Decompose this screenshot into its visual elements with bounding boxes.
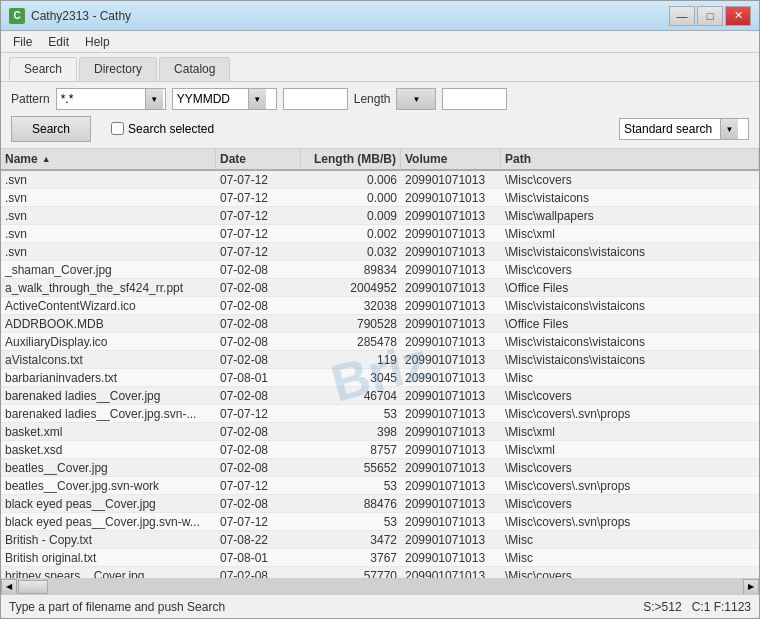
search-button[interactable]: Search (11, 116, 91, 142)
cell-name: British original.txt (1, 549, 216, 567)
cell-date: 07-02-08 (216, 333, 301, 351)
table-row[interactable]: beatles__Cover.jpg 07-02-08 55652 209901… (1, 459, 759, 477)
table-row[interactable]: AuxiliaryDisplay.ico 07-02-08 285478 209… (1, 333, 759, 351)
table-row[interactable]: British - Copy.txt 07-08-22 3472 2099010… (1, 531, 759, 549)
table-row[interactable]: a_walk_through_the_sf424_rr.ppt 07-02-08… (1, 279, 759, 297)
pattern-input[interactable] (57, 89, 145, 109)
cell-date: 07-02-08 (216, 423, 301, 441)
date-combo[interactable]: ▼ (172, 88, 277, 110)
search-selected-checkbox[interactable] (111, 122, 124, 135)
col-header-name[interactable]: Name ▲ (1, 149, 216, 170)
col-header-volume[interactable]: Volume (401, 149, 501, 170)
cell-length: 32038 (301, 297, 401, 315)
table-row[interactable]: ActiveContentWizard.ico 07-02-08 32038 2… (1, 297, 759, 315)
cell-date: 07-08-22 (216, 531, 301, 549)
table-row[interactable]: black eyed peas__Cover.jpg.svn-w... 07-0… (1, 513, 759, 531)
table-row[interactable]: .svn 07-07-12 0.032 209901071013 \Misc\v… (1, 243, 759, 261)
table-row[interactable]: British original.txt 07-08-01 3767 20990… (1, 549, 759, 567)
minimize-button[interactable]: — (669, 6, 695, 26)
scroll-right-button[interactable]: ▶ (743, 579, 759, 595)
horizontal-scrollbar[interactable]: ◀ ▶ (1, 578, 759, 594)
scroll-thumb[interactable] (18, 580, 48, 594)
menubar: File Edit Help (1, 31, 759, 53)
cell-name: basket.xsd (1, 441, 216, 459)
date-arrow[interactable]: ▼ (248, 89, 266, 109)
tab-directory[interactable]: Directory (79, 57, 157, 81)
col-header-path[interactable]: Path (501, 149, 759, 170)
table-row[interactable]: basket.xsd 07-02-08 8757 209901071013 \M… (1, 441, 759, 459)
status-right: S:>512 C:1 F:1123 (643, 600, 751, 614)
tab-search[interactable]: Search (9, 57, 77, 81)
cell-name: .svn (1, 207, 216, 225)
table-body: .svn 07-07-12 0.006 209901071013 \Misc\c… (1, 171, 759, 578)
menu-edit[interactable]: Edit (40, 33, 77, 51)
col-header-length[interactable]: Length (MB/B) (301, 149, 401, 170)
length-combo[interactable]: ▼ (396, 88, 436, 110)
table-row[interactable]: .svn 07-07-12 0.006 209901071013 \Misc\c… (1, 171, 759, 189)
cell-path: \Misc\covers (501, 567, 759, 579)
tabs-bar: Search Directory Catalog (1, 53, 759, 82)
pattern-arrow[interactable]: ▼ (145, 89, 163, 109)
table-row[interactable]: .svn 07-07-12 0.009 209901071013 \Misc\w… (1, 207, 759, 225)
tab-catalog[interactable]: Catalog (159, 57, 230, 81)
cell-name: black eyed peas__Cover.jpg (1, 495, 216, 513)
sort-icon: ▲ (42, 154, 51, 164)
cell-name: a_walk_through_the_sf424_rr.ppt (1, 279, 216, 297)
menu-help[interactable]: Help (77, 33, 118, 51)
close-button[interactable]: ✕ (725, 6, 751, 26)
cell-date: 07-02-08 (216, 495, 301, 513)
cell-name: black eyed peas__Cover.jpg.svn-w... (1, 513, 216, 531)
standard-search-input[interactable] (620, 119, 720, 139)
table-row[interactable]: .svn 07-07-12 0.002 209901071013 \Misc\x… (1, 225, 759, 243)
cell-name: AuxiliaryDisplay.ico (1, 333, 216, 351)
cell-path: \Misc\vistaicons\vistaicons (501, 351, 759, 369)
table-row[interactable]: barbarianinvaders.txt 07-08-01 3045 2099… (1, 369, 759, 387)
date-input[interactable] (173, 89, 248, 109)
cell-date: 07-07-12 (216, 513, 301, 531)
table-row[interactable]: barenaked ladies__Cover.jpg 07-02-08 467… (1, 387, 759, 405)
table-row[interactable]: britney spears__Cover.jpg 07-02-08 57770… (1, 567, 759, 578)
scroll-left-button[interactable]: ◀ (1, 579, 17, 595)
app-icon: C (9, 8, 25, 24)
titlebar: C Cathy2313 - Cathy — □ ✕ (1, 1, 759, 31)
cell-volume: 209901071013 (401, 171, 501, 189)
cell-volume: 209901071013 (401, 297, 501, 315)
table-row[interactable]: aVistaIcons.txt 07-02-08 119 20990107101… (1, 351, 759, 369)
table-header: Name ▲ Date Length (MB/B) Volume Path (1, 149, 759, 171)
cell-path: \Misc\covers\.svn\props (501, 405, 759, 423)
maximize-button[interactable]: □ (697, 6, 723, 26)
cell-volume: 209901071013 (401, 189, 501, 207)
menu-file[interactable]: File (5, 33, 40, 51)
pattern-combo[interactable]: ▼ (56, 88, 166, 110)
search-selected-group: Search selected (111, 122, 214, 136)
cell-path: \Misc\xml (501, 441, 759, 459)
cell-length: 3045 (301, 369, 401, 387)
standard-search-arrow[interactable]: ▼ (720, 119, 738, 139)
date-from-input[interactable] (283, 88, 348, 110)
cell-path: \Misc\vistaicons (501, 189, 759, 207)
scroll-track[interactable] (17, 579, 743, 595)
length-value-input[interactable] (442, 88, 507, 110)
table-row[interactable]: beatles__Cover.jpg.svn-work 07-07-12 53 … (1, 477, 759, 495)
cell-name: ActiveContentWizard.ico (1, 297, 216, 315)
table-row[interactable]: _shaman_Cover.jpg 07-02-08 89834 2099010… (1, 261, 759, 279)
cell-length: 790528 (301, 315, 401, 333)
cell-volume: 209901071013 (401, 261, 501, 279)
table-row[interactable]: ADDRBOOK.MDB 07-02-08 790528 20990107101… (1, 315, 759, 333)
table-row[interactable]: .svn 07-07-12 0.000 209901071013 \Misc\v… (1, 189, 759, 207)
cell-date: 07-07-12 (216, 477, 301, 495)
main-window: C Cathy2313 - Cathy — □ ✕ File Edit Help… (0, 0, 760, 619)
cell-path: \Misc\vistaicons\vistaicons (501, 333, 759, 351)
cell-date: 07-07-12 (216, 243, 301, 261)
cell-volume: 209901071013 (401, 495, 501, 513)
length-arrow[interactable]: ▼ (397, 89, 435, 109)
table-row[interactable]: black eyed peas__Cover.jpg 07-02-08 8847… (1, 495, 759, 513)
standard-search-combo[interactable]: ▼ (619, 118, 749, 140)
cell-volume: 209901071013 (401, 387, 501, 405)
table-row[interactable]: basket.xml 07-02-08 398 209901071013 \Mi… (1, 423, 759, 441)
cell-path: \Office Files (501, 315, 759, 333)
table-row[interactable]: barenaked ladies__Cover.jpg.svn-... 07-0… (1, 405, 759, 423)
cell-date: 07-07-12 (216, 405, 301, 423)
col-header-date[interactable]: Date (216, 149, 301, 170)
cell-path: \Misc (501, 549, 759, 567)
